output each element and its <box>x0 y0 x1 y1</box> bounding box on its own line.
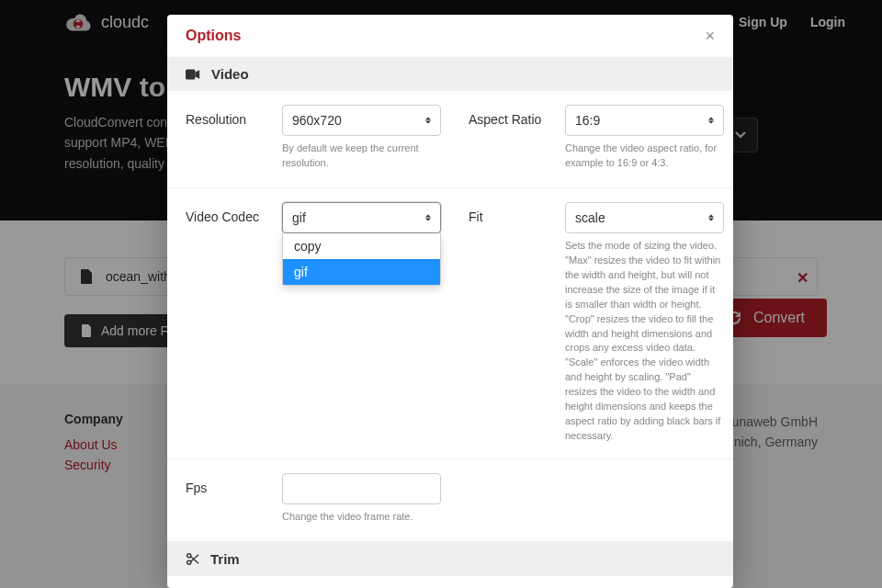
resolution-help: By default we keep the current resolutio… <box>282 141 441 171</box>
fps-label: Fps <box>186 473 282 525</box>
video-codec-select[interactable]: gif <box>282 202 441 233</box>
fps-help: Change the video frame rate. <box>282 510 441 525</box>
modal-title: Options <box>186 28 241 44</box>
video-camera-icon <box>186 68 200 81</box>
updown-icon <box>708 214 714 220</box>
updown-icon <box>708 118 714 124</box>
resolution-select[interactable]: 960x720 <box>282 105 441 136</box>
codec-option-gif[interactable]: gif <box>283 259 440 285</box>
updown-icon <box>425 214 431 220</box>
options-modal: Options × Video Resolution 960x720 By de… <box>167 15 733 588</box>
video-codec-dropdown: copy gif <box>282 233 441 286</box>
updown-icon <box>425 118 431 124</box>
aspect-ratio-help: Change the video aspect ratio, for examp… <box>565 141 724 171</box>
scissors-icon <box>186 552 199 566</box>
aspect-ratio-label: Aspect Ratio <box>469 105 565 171</box>
fit-select[interactable]: scale <box>565 202 724 233</box>
codec-option-copy[interactable]: copy <box>283 233 440 259</box>
fit-help: Sets the mode of sizing the video. "Max"… <box>565 239 724 444</box>
section-video-header: Video <box>167 57 733 91</box>
svg-rect-1 <box>186 69 195 79</box>
aspect-ratio-select[interactable]: 16:9 <box>565 105 724 136</box>
fit-label: Fit <box>469 202 565 444</box>
resolution-label: Resolution <box>186 105 282 171</box>
close-icon[interactable]: × <box>705 28 715 44</box>
section-trim-header: Trim <box>167 542 733 576</box>
video-codec-label: Video Codec <box>186 202 282 444</box>
fps-input[interactable] <box>282 473 441 504</box>
